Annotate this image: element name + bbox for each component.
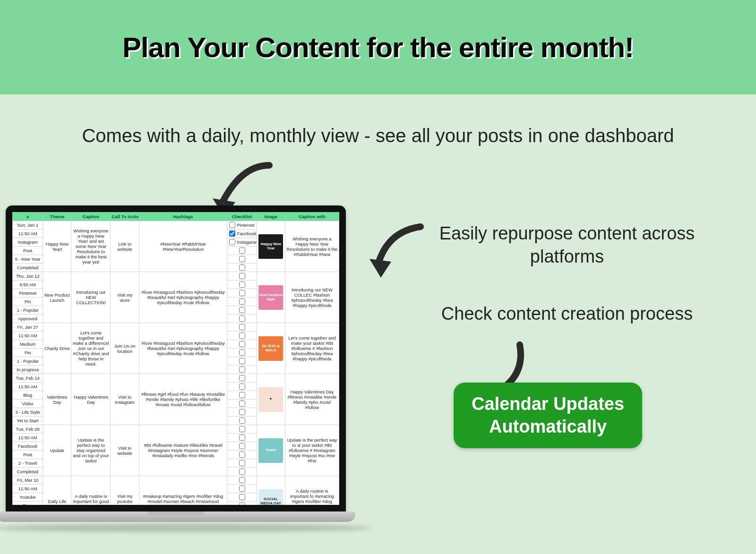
checklist-cell[interactable]	[227, 493, 257, 502]
meta-cell[interactable]: 11:50 AM	[13, 230, 43, 238]
checklist-cell[interactable]	[227, 434, 257, 442]
checklist-cell[interactable]	[227, 417, 257, 425]
meta-cell[interactable]: 11:50 AM	[13, 383, 43, 391]
checklist-cell[interactable]	[227, 289, 257, 298]
checklist-checkbox[interactable]	[239, 392, 245, 398]
meta-cell[interactable]: Yet to Start	[13, 417, 43, 425]
checklist-checkbox[interactable]	[239, 358, 245, 364]
meta-cell[interactable]: Medium	[13, 340, 43, 349]
checklist-cell[interactable]	[227, 272, 257, 281]
checklist-cell[interactable]	[227, 323, 257, 332]
checklist-checkbox[interactable]	[239, 290, 245, 296]
checklist-cell[interactable]	[227, 459, 257, 468]
checklist-cell[interactable]	[227, 425, 257, 434]
checklist-checkbox[interactable]	[239, 366, 245, 373]
checklist-cell[interactable]	[227, 306, 257, 315]
checklist-cell[interactable]	[227, 315, 257, 323]
meta-cell[interactable]: Completed	[13, 264, 43, 272]
meta-cell[interactable]: Fri, Mar 10	[13, 476, 43, 485]
meta-cell[interactable]: 9:50 AM	[13, 281, 43, 289]
checklist-checkbox[interactable]	[239, 503, 245, 505]
checklist-checkbox[interactable]	[239, 469, 245, 475]
meta-cell[interactable]: Video	[13, 400, 43, 408]
checklist-checkbox[interactable]	[239, 409, 245, 415]
meta-cell[interactable]: Youtube	[13, 493, 43, 502]
checklist-checkbox[interactable]	[239, 375, 245, 381]
checklist-checkbox[interactable]	[239, 349, 245, 356]
checklist-checkbox[interactable]	[239, 477, 245, 483]
checklist-checkbox[interactable]	[239, 315, 245, 322]
checklist-cell[interactable]	[227, 349, 257, 357]
checklist-cell[interactable]	[227, 332, 257, 340]
meta-cell[interactable]: Pin	[13, 349, 43, 357]
checklist-checkbox[interactable]	[239, 298, 245, 305]
meta-cell[interactable]: Completed	[13, 468, 43, 476]
checklist-cell[interactable]	[227, 476, 257, 485]
checklist-checkbox[interactable]	[239, 426, 245, 432]
checklist-cell[interactable]: Pinterest	[227, 221, 257, 230]
meta-cell[interactable]: Thu, Jan 12	[13, 272, 43, 281]
checklist-checkbox[interactable]	[239, 307, 245, 313]
checklist-cell[interactable]	[227, 255, 257, 264]
checklist-checkbox[interactable]	[239, 401, 245, 407]
meta-cell[interactable]: Tue, Feb 28	[13, 425, 43, 434]
meta-cell[interactable]: Pinterest	[13, 289, 43, 298]
checklist-checkbox[interactable]	[239, 341, 245, 347]
meta-cell[interactable]: 11:50 AM	[13, 332, 43, 340]
checklist-checkbox[interactable]	[229, 222, 235, 228]
checklist-checkbox[interactable]	[229, 239, 235, 245]
checklist-cell[interactable]: Instagaram	[227, 238, 257, 247]
checklist-cell[interactable]	[227, 247, 257, 255]
checklist-checkbox[interactable]	[239, 435, 245, 441]
checklist-checkbox[interactable]	[239, 264, 245, 271]
checklist-checkbox[interactable]	[239, 418, 245, 424]
checklist-cell[interactable]	[227, 366, 257, 374]
meta-cell[interactable]: Post	[13, 247, 43, 255]
checklist-cell[interactable]	[227, 383, 257, 391]
checklist-cell[interactable]	[227, 451, 257, 459]
meta-cell[interactable]: Fri, Jan 27	[13, 323, 43, 332]
checklist-checkbox[interactable]	[229, 230, 235, 237]
checklist-cell[interactable]	[227, 357, 257, 366]
checklist-checkbox[interactable]	[239, 452, 245, 458]
checklist-cell[interactable]	[227, 281, 257, 289]
checklist-cell[interactable]	[227, 408, 257, 417]
checklist-checkbox[interactable]	[239, 384, 245, 390]
meta-cell[interactable]: Tue, Feb 14	[13, 374, 43, 383]
checklist-cell[interactable]	[227, 264, 257, 272]
checklist-checkbox[interactable]	[239, 486, 245, 492]
meta-cell[interactable]: Story	[13, 502, 43, 505]
checklist-checkbox[interactable]	[239, 494, 245, 500]
checklist-checkbox[interactable]	[239, 324, 245, 330]
checklist-cell[interactable]	[227, 374, 257, 383]
meta-cell[interactable]: 11:50 AM	[13, 485, 43, 493]
meta-cell[interactable]: Blog	[13, 391, 43, 400]
meta-cell[interactable]: Post	[13, 451, 43, 459]
meta-cell[interactable]: 11:50 AM	[13, 434, 43, 442]
meta-cell[interactable]: 1 - Popular	[13, 306, 43, 315]
meta-cell[interactable]: 3 - Life Style	[13, 408, 43, 417]
checklist-cell[interactable]: Facebook	[227, 230, 257, 238]
meta-cell[interactable]: Facebook	[13, 442, 43, 451]
checklist-cell[interactable]	[227, 502, 257, 505]
checklist-cell[interactable]	[227, 468, 257, 476]
checklist-checkbox[interactable]	[239, 256, 245, 262]
checklist-checkbox[interactable]	[239, 332, 245, 339]
checklist-cell[interactable]	[227, 391, 257, 400]
checklist-checkbox[interactable]	[239, 273, 245, 279]
meta-cell[interactable]: 2 - Travel	[13, 459, 43, 468]
checklist-checkbox[interactable]	[239, 443, 245, 449]
checklist-cell[interactable]	[227, 298, 257, 306]
checklist-checkbox[interactable]	[239, 281, 245, 288]
checklist-cell[interactable]	[227, 400, 257, 408]
meta-cell[interactable]: In progress	[13, 366, 43, 374]
meta-cell[interactable]: Pin	[13, 298, 43, 306]
meta-cell[interactable]: 1 - Popular	[13, 357, 43, 366]
checklist-cell[interactable]	[227, 485, 257, 493]
checklist-checkbox[interactable]	[239, 460, 245, 466]
meta-cell[interactable]: Instagram	[13, 238, 43, 247]
meta-cell[interactable]: Sun, Jan 1	[13, 221, 43, 230]
checklist-cell[interactable]	[227, 442, 257, 451]
checklist-checkbox[interactable]	[239, 247, 245, 254]
meta-cell[interactable]: 5 - New Year	[13, 255, 43, 264]
